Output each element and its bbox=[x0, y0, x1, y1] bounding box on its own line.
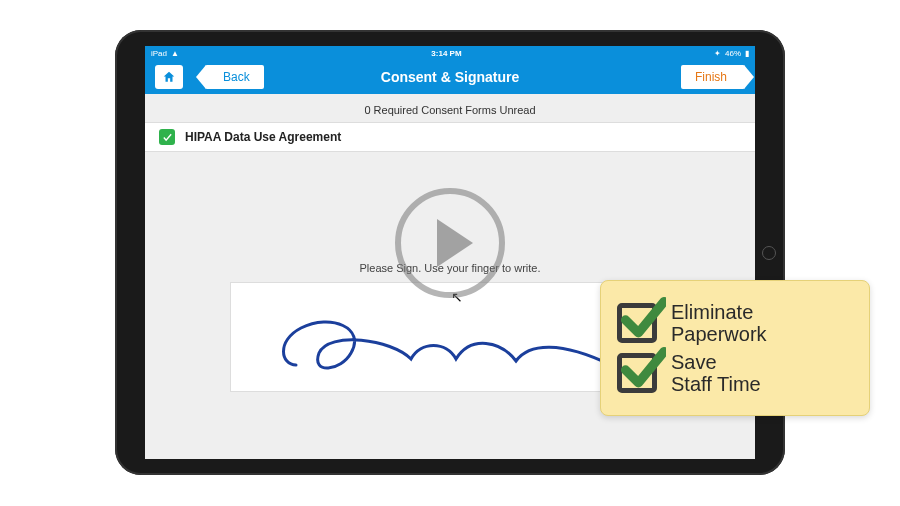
status-bar: iPad ▲ 3:14 PM ✦ 46% ▮ bbox=[145, 46, 755, 60]
status-carrier: iPad bbox=[151, 49, 167, 58]
finish-button[interactable]: Finish bbox=[681, 65, 745, 89]
checkbox-icon bbox=[617, 353, 657, 393]
callout-text: Eliminate Paperwork bbox=[671, 301, 853, 345]
ipad-home-button[interactable] bbox=[762, 246, 776, 260]
bluetooth-icon: ✦ bbox=[714, 49, 721, 58]
status-battery: 46% bbox=[725, 49, 741, 58]
consent-label: HIPAA Data Use Agreement bbox=[185, 130, 341, 144]
battery-icon: ▮ bbox=[745, 49, 749, 58]
home-icon bbox=[162, 70, 176, 84]
back-button[interactable]: Back bbox=[205, 65, 264, 89]
signature-stroke bbox=[271, 293, 651, 388]
callout-text: SaveStaff Time bbox=[671, 351, 761, 395]
checkmark-icon bbox=[159, 129, 175, 145]
benefits-callout: Eliminate Paperwork SaveStaff Time bbox=[600, 280, 870, 416]
nav-bar: Back Consent & Signature Finish bbox=[145, 60, 755, 94]
finish-button-label: Finish bbox=[695, 70, 727, 84]
wifi-icon: ▲ bbox=[171, 49, 179, 58]
checkbox-icon bbox=[617, 303, 657, 343]
callout-item: SaveStaff Time bbox=[617, 351, 853, 395]
consent-row[interactable]: HIPAA Data Use Agreement bbox=[145, 122, 755, 152]
status-time: 3:14 PM bbox=[431, 49, 461, 58]
page-title: Consent & Signature bbox=[381, 69, 519, 85]
play-button[interactable] bbox=[395, 188, 505, 298]
back-button-label: Back bbox=[223, 70, 250, 84]
callout-item: Eliminate Paperwork bbox=[617, 301, 853, 345]
home-button[interactable] bbox=[155, 65, 183, 89]
unread-count: 0 Required Consent Forms Unread bbox=[145, 102, 755, 122]
